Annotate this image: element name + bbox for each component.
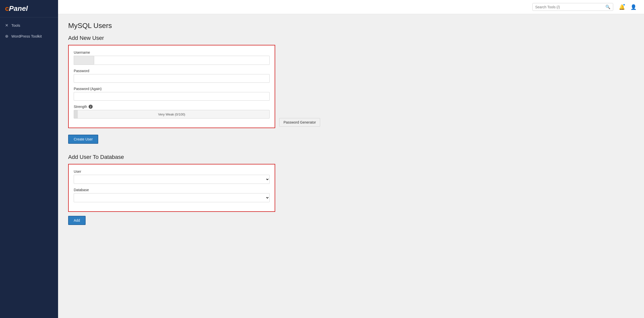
password-generator-button[interactable]: Password Generator	[279, 118, 320, 127]
password-generator-wrapper: Password Generator	[279, 45, 320, 127]
strength-info-icon[interactable]: i	[89, 105, 93, 109]
user-icon: 👤	[630, 4, 637, 10]
sidebar-item-tools-label: Tools	[11, 23, 20, 27]
add-new-user-actions: Create User	[68, 135, 634, 144]
logo-text: cPanel	[5, 5, 28, 12]
username-label: Username	[74, 50, 270, 54]
add-user-to-db-form: User Database	[68, 164, 275, 212]
search-icon: 🔍	[605, 5, 610, 9]
strength-bar-text: Very Weak (0/100)	[158, 112, 185, 116]
user-profile-button[interactable]: 👤	[629, 3, 638, 12]
page-title: MySQL Users	[68, 22, 634, 30]
add-user-to-db-actions: Add	[68, 216, 634, 225]
username-row	[74, 56, 270, 65]
database-select[interactable]	[74, 193, 270, 202]
password-input[interactable]	[74, 74, 270, 83]
strength-label-text: Strength	[74, 105, 87, 109]
search-input[interactable]	[535, 5, 605, 9]
database-select-field: Database	[74, 188, 270, 202]
wordpress-icon: ⊕	[5, 34, 8, 39]
user-select[interactable]	[74, 175, 270, 184]
strength-bar-fill	[74, 110, 78, 118]
add-new-user-form: Username Password Password (Again)	[68, 45, 275, 128]
logo: cPanel	[0, 0, 58, 17]
sidebar: cPanel ✕ Tools ⊕ WordPress Toolkit	[0, 0, 58, 318]
header: 🔍 🔔 👤	[58, 0, 644, 14]
strength-bar-container: Very Weak (0/100)	[74, 110, 270, 119]
sidebar-nav: ✕ Tools ⊕ WordPress Toolkit	[0, 17, 58, 44]
main-content: MySQL Users Add New User Username Passwo…	[58, 14, 644, 318]
add-user-to-db-title: Add User To Database	[68, 154, 634, 160]
create-user-button[interactable]: Create User	[68, 135, 98, 144]
tools-icon: ✕	[5, 23, 8, 28]
user-select-label: User	[74, 169, 270, 174]
password-field: Password	[74, 69, 270, 83]
database-select-label: Database	[74, 188, 270, 192]
add-new-user-title: Add New User	[68, 35, 634, 41]
sidebar-item-tools[interactable]: ✕ Tools	[0, 20, 58, 31]
strength-label-row: Strength i	[74, 105, 270, 109]
user-select-field: User	[74, 169, 270, 184]
username-input[interactable]	[94, 56, 270, 65]
password-again-field: Password (Again)	[74, 87, 270, 101]
strength-field: Strength i Very Weak (0/100)	[74, 105, 270, 119]
sidebar-item-wordpress-label: WordPress Toolkit	[11, 34, 42, 38]
add-button[interactable]: Add	[68, 216, 86, 225]
password-again-input[interactable]	[74, 92, 270, 101]
username-field: Username	[74, 50, 270, 65]
notifications-button[interactable]: 🔔	[617, 3, 626, 12]
main-wrapper: 🔍 🔔 👤 MySQL Users Add New User Username	[58, 0, 644, 318]
username-prefix	[74, 56, 94, 65]
password-label: Password	[74, 69, 270, 73]
notification-dot	[623, 4, 625, 6]
sidebar-item-wordpress-toolkit[interactable]: ⊕ WordPress Toolkit	[0, 31, 58, 42]
header-icons: 🔔 👤	[617, 3, 638, 12]
password-again-label: Password (Again)	[74, 87, 270, 91]
search-box[interactable]: 🔍	[532, 3, 613, 11]
